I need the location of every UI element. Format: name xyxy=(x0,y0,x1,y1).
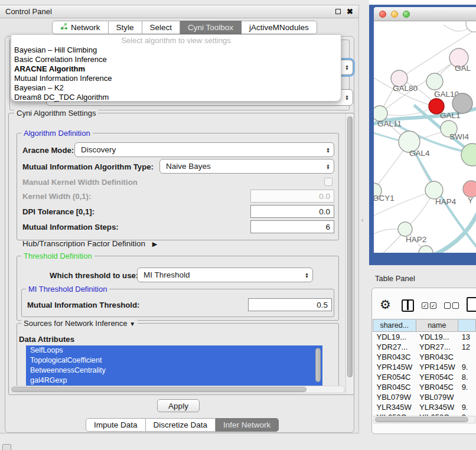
table-row[interactable]: YDR27...YDR27...12 xyxy=(373,342,476,352)
control-panel-tabs: NetworkStyleSelectCyni ToolboxjActiveMNo… xyxy=(52,21,317,34)
kernel-width-field[interactable]: 0.0 xyxy=(250,190,334,203)
float-window-icon[interactable] xyxy=(335,9,341,14)
table-row[interactable]: YER054CYER054C8. xyxy=(373,372,476,382)
table-horizontal-scrollbar[interactable] xyxy=(373,416,475,423)
gear-icon[interactable]: ⚙ xyxy=(380,298,391,311)
aracne-mode-combo[interactable]: Discovery ▲▼ xyxy=(74,142,334,157)
network-node[interactable] xyxy=(466,21,476,32)
table-row[interactable]: YLR345WYLR345W9. xyxy=(373,402,476,412)
tab-label: Cyni Toolbox xyxy=(188,23,233,32)
algorithm-option-mutual-information-inference[interactable]: Mutual Information Inference xyxy=(11,74,341,83)
hub-definition-expander[interactable]: Hub/Transcription Factor Definition ▶ xyxy=(22,239,157,248)
hub-definition-label: Hub/Transcription Factor Definition xyxy=(22,239,145,248)
column-layout-icon[interactable] xyxy=(402,299,414,312)
table-row[interactable]: YPR145WYPR145W9. xyxy=(373,362,476,372)
settings-horizontal-scrollbar[interactable] xyxy=(9,386,345,393)
tab-jactivemnodules[interactable]: jActiveMNodules xyxy=(242,21,317,34)
algorithm-option-bayesian-k2[interactable]: Bayesian – K2 xyxy=(11,83,341,93)
tab-discretize-data[interactable]: Discretize Data xyxy=(146,418,216,432)
network-node-hap4[interactable] xyxy=(425,181,443,199)
table-cell: YBL079W xyxy=(373,392,416,402)
table-cell: YPR145W xyxy=(416,362,458,372)
algorithm-option-dream8-dc-tdc-algorithm[interactable]: Dream8 DC_TDC Algorithm xyxy=(11,93,341,102)
settings-vertical-scrollbar[interactable] xyxy=(345,114,354,394)
control-panel-title: Control Panel xyxy=(5,7,52,16)
hide-columns-icon[interactable] xyxy=(444,302,459,309)
desktop-strip xyxy=(369,0,476,5)
popup-item-list: Bayesian – Hill ClimbingBasic Correlatio… xyxy=(11,45,341,102)
table-row[interactable]: YDL19...YDL19...13 xyxy=(373,332,476,342)
control-panel-titlebar[interactable]: Control Panel ✖ xyxy=(0,5,358,18)
document-icon[interactable] xyxy=(467,297,476,312)
apply-button-label: Apply xyxy=(168,402,188,410)
node-label-gal: GAL xyxy=(455,64,471,73)
table-row[interactable]: YBL079WYBL079W xyxy=(373,392,476,402)
algorithm-option-basic-correlation-inference[interactable]: Basic Correlation Inference xyxy=(11,55,341,64)
network-node-gal10[interactable] xyxy=(426,73,443,90)
manual-kernel-checkbox[interactable] xyxy=(324,178,332,186)
minimized-panel-icon[interactable] xyxy=(2,444,11,450)
tab-style[interactable]: Style xyxy=(109,21,142,34)
tab-infer-network[interactable]: Infer Network xyxy=(216,418,279,432)
network-graph: GALGAL80GAL10GAL1GAL11SWI4GAL4GCY1HAP4YH… xyxy=(374,21,476,253)
network-canvas[interactable]: GALGAL80GAL10GAL1GAL11SWI4GAL4GCY1HAP4YH… xyxy=(374,21,476,253)
close-icon[interactable]: ✖ xyxy=(347,8,353,15)
settings-horizontal-scrollbar-thumb[interactable] xyxy=(11,387,307,392)
combo-stepper-icon: ▲▼ xyxy=(345,94,349,100)
column-header-2[interactable] xyxy=(458,319,476,332)
list-scrollbar-thumb[interactable] xyxy=(315,348,321,382)
tab-label: Network xyxy=(71,23,100,32)
settings-vertical-scrollbar-thumb[interactable] xyxy=(347,116,353,377)
mi-type-value: Naive Bayes xyxy=(166,162,211,171)
which-threshold-combo[interactable]: MI Threshold ▲▼ xyxy=(137,268,313,282)
network-node[interactable] xyxy=(452,93,472,113)
network-window-titlebar[interactable] xyxy=(374,7,476,21)
mi-steps-field[interactable]: 6 xyxy=(250,220,334,233)
table-cell: YDR27... xyxy=(373,342,416,352)
algorithm-option-aracne-algorithm[interactable]: ARACNE Algorithm xyxy=(11,64,341,74)
mi-threshold-label: Mutual Information Threshold: xyxy=(27,301,139,309)
tab-network[interactable]: Network xyxy=(52,21,109,34)
attribute-item-gal4rgexp[interactable]: gal4RGexp xyxy=(26,376,322,386)
tab-select[interactable]: Select xyxy=(142,21,181,34)
collapse-down-icon: ▼ xyxy=(129,321,135,327)
table-horizontal-scrollbar-thumb[interactable] xyxy=(375,417,468,422)
which-threshold-label: Which threshold to use: xyxy=(50,271,138,280)
split-pane-collapse-icon[interactable]: ‹ xyxy=(361,216,364,223)
close-traffic-light-icon[interactable] xyxy=(379,11,386,18)
column-header-shared[interactable]: shared... xyxy=(373,319,416,332)
aracne-mode-value: Discovery xyxy=(81,145,116,154)
threshold-definition-title: Threshold Definition xyxy=(21,252,94,260)
node-label-gal1: GAL1 xyxy=(440,111,461,120)
dpi-tolerance-field[interactable]: 0.0 xyxy=(250,205,334,218)
network-node-y[interactable] xyxy=(463,181,476,197)
table-row[interactable]: YBR045CYBR045C9. xyxy=(373,382,476,392)
algorithm-option-bayesian-hill-climbing[interactable]: Bayesian – Hill Climbing xyxy=(11,45,341,55)
combo-stepper-icon: ▲▼ xyxy=(326,147,330,153)
show-columns-icon[interactable]: ✓ ✓ xyxy=(422,302,436,309)
unchecked-box-icon xyxy=(444,302,451,309)
table-header-row: shared...name xyxy=(373,319,476,332)
attribute-item-selfloops[interactable]: SelfLoops xyxy=(26,345,322,356)
minimize-traffic-light-icon[interactable] xyxy=(391,11,398,18)
table-row[interactable]: YBR043CYBR043C xyxy=(373,352,476,362)
checked-box-icon: ✓ xyxy=(422,302,428,309)
column-header-name[interactable]: name xyxy=(416,319,458,332)
algorithm-definition-title: Algorithm Definition xyxy=(21,129,93,138)
apply-button[interactable]: Apply xyxy=(157,399,200,412)
mi-type-combo[interactable]: Naive Bayes ▲▼ xyxy=(159,159,334,174)
attribute-item-topologicalcoefficient[interactable]: TopologicalCoefficient xyxy=(26,356,322,366)
sources-title[interactable]: Sources for Network Inference ▼ xyxy=(21,319,138,328)
table-cell: 13 xyxy=(458,332,476,342)
network-node-hap2[interactable] xyxy=(398,222,412,236)
zoom-traffic-light-icon[interactable] xyxy=(403,11,410,18)
combo-stepper-icon: ▲▼ xyxy=(305,272,309,278)
aracne-mode-label: Aracne Mode: xyxy=(22,146,74,155)
tab-impute-data[interactable]: Impute Data xyxy=(86,418,146,432)
table-cell: YBR043C xyxy=(373,352,416,362)
mi-threshold-field[interactable]: 0.5 xyxy=(248,298,332,311)
tab-cyni-toolbox[interactable]: Cyni Toolbox xyxy=(180,21,242,34)
bottom-tabs: Impute DataDiscretize DataInfer Network xyxy=(86,418,279,432)
attribute-item-betweennesscentrality[interactable]: BetweennessCentrality xyxy=(26,366,322,376)
table-cell: YDL19... xyxy=(416,332,458,342)
